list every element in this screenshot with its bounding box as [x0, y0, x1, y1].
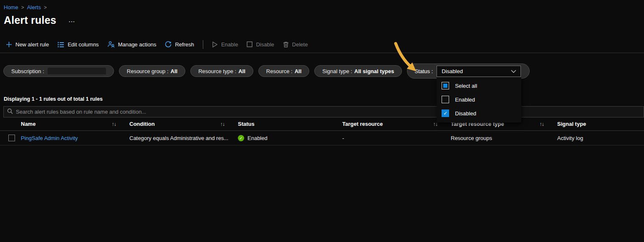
column-header-status[interactable]: Status	[234, 121, 338, 127]
chevron-down-icon	[511, 68, 516, 74]
filter-pill-value: All	[295, 68, 302, 74]
dropdown-option-label: Enabled	[455, 97, 475, 103]
edit-columns-button[interactable]: Edit columns	[58, 41, 98, 48]
dropdown-option-label: Disabled	[455, 110, 476, 117]
new-alert-rule-button[interactable]: New alert rule	[6, 41, 49, 48]
filter-pill-value: All	[238, 68, 245, 74]
status-select-value: Disabled	[442, 68, 463, 74]
toolbar-item-label: Refresh	[175, 41, 194, 48]
breadcrumb: Home > Alerts >	[0, 0, 644, 10]
toolbar-divider	[203, 40, 203, 49]
toolbar-item-label: Edit columns	[68, 41, 98, 48]
checkbox-unchecked-icon[interactable]	[442, 96, 449, 103]
play-icon	[212, 41, 218, 48]
toolbar-item-label: Delete	[292, 41, 308, 48]
toolbar-item-label: Disable	[256, 41, 274, 48]
status-select[interactable]: Disabled	[437, 66, 521, 77]
column-header-signal-type[interactable]: Signal type	[553, 121, 644, 127]
search-input[interactable]	[16, 109, 640, 115]
row-checkbox-cell	[0, 135, 21, 141]
column-label: Condition	[129, 121, 155, 127]
breadcrumb-separator-icon: >	[21, 5, 24, 10]
overflow-menu-icon[interactable]: ...	[69, 17, 75, 23]
column-label: Target resource	[342, 121, 383, 127]
enable-button[interactable]: Enable	[212, 41, 238, 48]
filter-pill-subscription[interactable]: Subscription :	[3, 65, 114, 77]
breadcrumb-alerts[interactable]: Alerts	[27, 4, 41, 10]
manage-actions-button[interactable]: Manage actions	[108, 41, 157, 48]
filter-pill-resource[interactable]: Resource : All	[258, 65, 310, 77]
toolbar-item-label: Enable	[221, 41, 238, 48]
status-text: Enabled	[247, 135, 268, 141]
edit-columns-icon	[58, 41, 64, 47]
cell-target-resource: -	[338, 135, 447, 141]
column-header-condition[interactable]: Condition ↑↓	[125, 121, 234, 127]
filter-pill-value: All signal types	[354, 68, 394, 74]
column-label: Status	[238, 121, 255, 127]
cell-condition: Category equals Administrative and res..…	[125, 135, 234, 141]
checkbox-checked-icon[interactable]: ✓	[442, 110, 449, 117]
redacted-subscription-value	[48, 68, 106, 74]
filter-pill-status: Status : Disabled Select all Enabled ✓	[407, 64, 530, 79]
column-label: Signal type	[557, 121, 586, 127]
search-box	[3, 106, 644, 117]
sort-icon[interactable]: ↑↓	[220, 121, 225, 127]
trash-icon	[283, 41, 289, 48]
table-header: Name ↑↓ Condition ↑↓ Status Target resou…	[0, 117, 644, 131]
filter-bar: Subscription : Resource group : All Reso…	[3, 64, 644, 79]
title-row: Alert rules ...	[0, 10, 644, 26]
cell-signal-type: Activity log	[553, 135, 644, 141]
filter-pill-label: Subscription :	[11, 68, 44, 74]
filter-pill-label: Resource group :	[127, 68, 169, 74]
refresh-button[interactable]: Refresh	[165, 41, 194, 48]
toolbar-item-label: Manage actions	[118, 41, 157, 48]
page-title: Alert rules	[4, 14, 56, 26]
filter-pill-resource-type[interactable]: Resource type : All	[190, 65, 253, 77]
column-header-target-resource[interactable]: Target resource ↑↓	[338, 121, 447, 127]
filter-pill-label: Status :	[414, 68, 433, 74]
dropdown-option-select-all[interactable]: Select all	[437, 79, 521, 93]
status-select-wrap: Disabled Select all Enabled ✓ Disabled	[437, 66, 521, 77]
filter-pill-label: Signal type :	[322, 68, 352, 74]
search-icon	[7, 108, 13, 116]
column-label: Name	[21, 121, 35, 127]
filter-pill-resource-group[interactable]: Resource group : All	[119, 65, 185, 77]
results-summary: Displaying 1 - 1 rules out of total 1 ru…	[4, 96, 644, 102]
dropdown-option-label: Select all	[455, 83, 477, 89]
cell-status: ✓ Enabled	[234, 135, 338, 141]
alert-rule-link[interactable]: PingSafe Admin Activity	[21, 135, 78, 141]
status-dropdown: Select all Enabled ✓ Disabled	[437, 77, 521, 122]
breadcrumb-separator-icon: >	[44, 5, 47, 10]
filter-pill-label: Resource :	[266, 68, 293, 74]
checkbox-indeterminate-icon[interactable]	[442, 82, 449, 89]
cell-name: PingSafe Admin Activity	[21, 135, 125, 141]
sort-icon[interactable]: ↑↓	[540, 121, 544, 127]
breadcrumb-home[interactable]: Home	[4, 4, 18, 10]
row-checkbox[interactable]	[8, 135, 15, 141]
toolbar: New alert rule Edit columns Manage actio…	[0, 36, 644, 53]
refresh-icon	[165, 41, 172, 48]
enabled-check-icon: ✓	[238, 135, 244, 141]
toolbar-item-label: New alert rule	[15, 41, 49, 48]
dropdown-option-disabled[interactable]: ✓ Disabled	[437, 107, 521, 120]
table-row: PingSafe Admin Activity Category equals …	[0, 131, 644, 145]
filter-pill-label: Resource type :	[198, 68, 236, 74]
filter-pill-signal-type[interactable]: Signal type : All signal types	[314, 65, 402, 77]
filter-pill-value: All	[171, 68, 178, 74]
people-icon	[108, 41, 115, 48]
plus-icon	[6, 41, 12, 48]
column-header-name[interactable]: Name ↑↓	[21, 121, 125, 127]
square-icon	[247, 41, 253, 47]
sort-icon[interactable]: ↑↓	[112, 121, 116, 127]
cell-target-resource-type: Resource groups	[447, 135, 553, 141]
delete-button[interactable]: Delete	[283, 41, 308, 48]
disable-button[interactable]: Disable	[247, 41, 274, 48]
dropdown-option-enabled[interactable]: Enabled	[437, 93, 521, 107]
